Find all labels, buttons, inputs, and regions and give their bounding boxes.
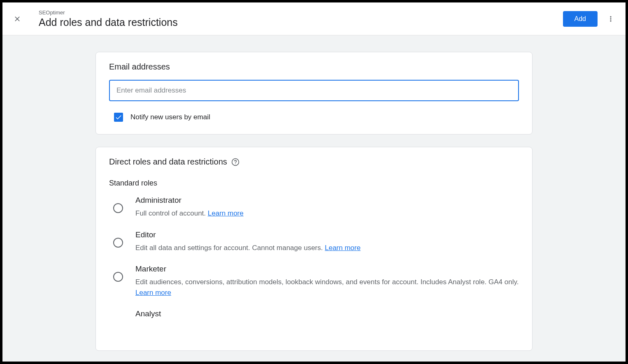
role-title: Editor xyxy=(135,230,519,239)
role-row-administrator: Administrator Full control of account. L… xyxy=(109,196,519,219)
role-title: Marketer xyxy=(135,264,519,274)
role-row-marketer: Marketer Edit audiences, conversions, at… xyxy=(109,264,519,298)
more-vert-icon[interactable] xyxy=(606,14,616,24)
email-card: Email addresses Notify new users by emai… xyxy=(95,52,533,134)
radio-marketer[interactable] xyxy=(113,272,123,282)
role-desc: Edit audiences, conversions, attribution… xyxy=(135,277,519,298)
header-titles: SEOptimer Add roles and data restriction… xyxy=(39,9,563,28)
role-content: Administrator Full control of account. L… xyxy=(135,196,519,219)
breadcrumb: SEOptimer xyxy=(39,9,563,16)
learn-more-link[interactable]: Learn more xyxy=(208,209,244,217)
dialog-header: SEOptimer Add roles and data restriction… xyxy=(2,2,626,35)
learn-more-link[interactable]: Learn more xyxy=(135,289,171,297)
role-desc: Edit all data and settings for account. … xyxy=(135,243,519,253)
roles-heading-text: Direct roles and data restrictions xyxy=(109,157,227,167)
page-title: Add roles and data restrictions xyxy=(39,16,563,28)
radio-administrator[interactable] xyxy=(113,203,123,213)
role-content: Editor Edit all data and settings for ac… xyxy=(135,230,519,253)
email-input[interactable] xyxy=(109,80,519,101)
learn-more-link[interactable]: Learn more xyxy=(325,244,361,252)
role-desc: Full control of account. Learn more xyxy=(135,208,519,219)
notify-checkbox[interactable] xyxy=(114,113,123,122)
role-content: Marketer Edit audiences, conversions, at… xyxy=(135,264,519,298)
add-button[interactable]: Add xyxy=(563,11,598,27)
notify-label: Notify new users by email xyxy=(130,113,210,121)
email-heading: Email addresses xyxy=(109,62,519,72)
role-title: Analyst xyxy=(135,309,519,318)
content-area: Email addresses Notify new users by emai… xyxy=(2,35,626,362)
roles-heading: Direct roles and data restrictions xyxy=(109,157,519,167)
close-icon[interactable] xyxy=(12,14,22,24)
radio-editor[interactable] xyxy=(113,238,123,248)
role-row-editor: Editor Edit all data and settings for ac… xyxy=(109,230,519,253)
notify-row: Notify new users by email xyxy=(114,113,519,122)
standard-roles-heading: Standard roles xyxy=(109,179,519,188)
role-title: Administrator xyxy=(135,196,519,205)
help-icon[interactable] xyxy=(231,158,240,166)
role-content: Analyst xyxy=(135,309,519,322)
roles-card: Direct roles and data restrictions Stand… xyxy=(95,147,533,351)
role-row-analyst: Analyst xyxy=(109,309,519,327)
